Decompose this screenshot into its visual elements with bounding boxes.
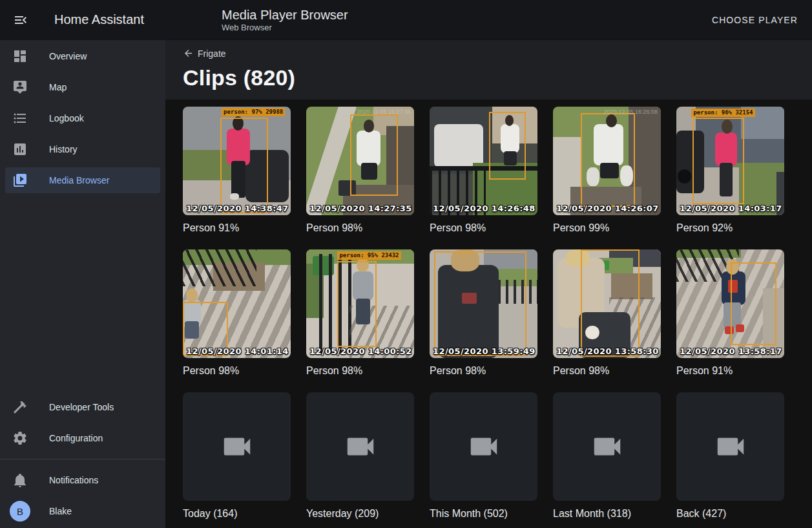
- clip-caption: Person 99%: [553, 222, 661, 235]
- folder-item-this-month-502-[interactable]: This Month (502): [430, 392, 537, 520]
- sidebar: Overview Map Logbook History Media Brows…: [0, 39, 165, 528]
- folder-item-back-427-[interactable]: Back (427): [676, 392, 784, 520]
- sidebar-toggle-button[interactable]: [13, 12, 28, 28]
- sidebar-item-history[interactable]: History: [5, 136, 160, 162]
- sidebar-header: Home Assistant: [0, 0, 165, 39]
- bell-icon: [12, 472, 28, 488]
- avatar: B: [10, 501, 30, 522]
- sidebar-item-label: History: [49, 144, 78, 154]
- clip-item[interactable]: 12/05/2020 13:59:49 Person 98%: [430, 249, 537, 377]
- camera-timestamp: 12/05/2020 14:27:35: [309, 204, 412, 213]
- sidebar-item-map[interactable]: Map: [5, 74, 160, 100]
- clip-item[interactable]: 2020-12-05 16:26:08 12/05/2020 14:26:07 …: [553, 107, 661, 235]
- detection-box: [731, 262, 777, 345]
- clip-caption: Person 91%: [676, 364, 784, 377]
- clip-item[interactable]: person: 95% 23432 12/05/2020 14:00:52 Pe…: [306, 249, 414, 377]
- sidebar-item-overview[interactable]: Overview: [5, 43, 160, 69]
- clip-caption: Person 92%: [676, 222, 784, 235]
- camera-timestamp: 12/05/2020 14:26:48: [433, 204, 536, 213]
- detection-label: person: 96% 32154: [691, 109, 755, 117]
- sidebar-item-label: Notifications: [49, 475, 98, 485]
- clip-thumbnail[interactable]: 12/05/2020 13:58:17: [676, 249, 784, 358]
- clip-item[interactable]: 12/05/2020 14:26:48 Person 98%: [430, 107, 537, 235]
- content-header: Frigate Clips (820): [165, 39, 812, 100]
- folder-thumbnail[interactable]: [306, 392, 414, 501]
- play-box-multiple-icon: [12, 173, 28, 188]
- detection-box: [434, 251, 527, 355]
- toolbar-title: Media Player Browser: [222, 7, 348, 23]
- camera-timestamp: 12/05/2020 14:38:47: [186, 204, 289, 213]
- camera-timestamp: 12/05/2020 14:01:14: [186, 346, 289, 356]
- sidebar-item-configuration[interactable]: Configuration: [5, 425, 160, 451]
- clip-item[interactable]: person: 97% 29988 12/05/2020 14:38:47 Pe…: [183, 107, 291, 235]
- clip-item[interactable]: 12/05/2020 14:01:14 Person 98%: [183, 249, 291, 377]
- clip-thumbnail[interactable]: person: 95% 23432 12/05/2020 14:00:52: [306, 249, 414, 358]
- camera-timestamp: 12/05/2020 14:03:17: [680, 204, 782, 213]
- detection-box: [692, 118, 744, 204]
- app-body: Overview Map Logbook History Media Brows…: [0, 39, 812, 528]
- clip-thumbnail[interactable]: person: 96% 32154 12/05/2020 14:03:17: [676, 107, 784, 215]
- clip-item[interactable]: 12/05/2020 13:58:30 Person 98%: [553, 249, 661, 377]
- sidebar-item-logbook[interactable]: Logbook: [5, 105, 160, 131]
- clip-caption: Person 98%: [183, 364, 291, 377]
- folder-caption: Last Month (318): [553, 507, 661, 520]
- detection-box: [337, 261, 376, 347]
- camera-timestamp: 12/05/2020 13:58:17: [680, 346, 782, 356]
- folder-thumbnail[interactable]: [430, 392, 537, 501]
- video-camera-icon: [466, 429, 501, 464]
- clip-thumbnail[interactable]: 12/05/2020 14:26:48: [430, 107, 537, 215]
- sidebar-nav-top: Overview Map Logbook History Media Brows…: [0, 43, 165, 198]
- sidebar-divider: [0, 459, 165, 459]
- camera-timestamp: 12/05/2020 14:26:07: [556, 204, 659, 213]
- clip-caption: Person 98%: [306, 364, 414, 377]
- clip-caption: Person 91%: [183, 222, 291, 235]
- detection-label: person: 97% 29988: [222, 108, 285, 116]
- sidebar-item-label: Overview: [49, 51, 87, 61]
- sidebar-item-user[interactable]: B Blake: [5, 498, 160, 524]
- video-camera-icon: [343, 429, 378, 464]
- camera-timestamp: 12/05/2020 14:00:52: [309, 346, 412, 356]
- sidebar-item-developer-tools[interactable]: Developer Tools: [5, 394, 160, 420]
- folder-thumbnail[interactable]: [553, 392, 661, 501]
- folder-thumbnail[interactable]: [676, 392, 784, 501]
- camera-utc-timestamp: 2020-12-05 16:26:08: [603, 109, 658, 115]
- toolbar-subtitle: Web Browser: [222, 23, 348, 33]
- clip-thumbnail[interactable]: 2020-12-05 16:26:08 12/05/2020 14:26:07: [553, 107, 661, 215]
- folder-caption: Back (427): [676, 507, 784, 520]
- clip-item[interactable]: 2020-12-05 16:27:36 12/05/2020 14:27:35 …: [306, 107, 414, 235]
- folder-thumbnail[interactable]: [183, 392, 291, 501]
- folder-item-today-164-[interactable]: Today (164): [183, 392, 291, 520]
- toolbar-title-block: Media Player Browser Web Browser: [222, 7, 348, 33]
- hammer-icon: [12, 399, 28, 415]
- clip-thumbnail[interactable]: 12/05/2020 14:01:14: [183, 249, 291, 358]
- app-header: Home Assistant Media Player Browser Web …: [0, 0, 812, 39]
- sidebar-item-label: Media Browser: [49, 175, 109, 185]
- folder-item-yesterday-209-[interactable]: Yesterday (209): [306, 392, 414, 520]
- view-dashboard-icon: [12, 48, 28, 64]
- clip-thumbnail[interactable]: 12/05/2020 13:58:30: [553, 249, 661, 358]
- clip-item[interactable]: 12/05/2020 13:58:17 Person 91%: [676, 249, 784, 377]
- clip-item[interactable]: person: 96% 32154 12/05/2020 14:03:17 Pe…: [676, 107, 784, 235]
- sidebar-item-media-browser[interactable]: Media Browser: [5, 167, 160, 193]
- folder-caption: Yesterday (209): [306, 507, 414, 520]
- app-title: Home Assistant: [54, 12, 144, 27]
- media-browser-content: Frigate Clips (820) person: 97% 29988 12…: [165, 39, 812, 528]
- folder-item-last-month-318-[interactable]: Last Month (318): [553, 392, 661, 520]
- clip-thumbnail[interactable]: 2020-12-05 16:27:36 12/05/2020 14:27:35: [306, 107, 414, 215]
- video-camera-icon: [713, 429, 748, 464]
- user-name: Blake: [49, 506, 72, 516]
- clip-thumbnail[interactable]: person: 97% 29988 12/05/2020 14:38:47: [183, 107, 291, 215]
- scene-layer: [434, 124, 484, 167]
- toolbar: Media Player Browser Web Browser CHOOSE …: [165, 0, 812, 39]
- choose-player-button[interactable]: CHOOSE PLAYER: [708, 14, 802, 26]
- home-assistant-app: Home Assistant Media Player Browser Web …: [0, 0, 812, 528]
- video-camera-icon: [220, 429, 255, 464]
- clip-caption: Person 98%: [430, 364, 537, 377]
- cog-icon: [12, 430, 28, 446]
- camera-timestamp: 12/05/2020 13:58:30: [556, 346, 659, 356]
- breadcrumb-back-link[interactable]: Frigate: [183, 48, 226, 59]
- camera-utc-timestamp: 2020-12-05 16:27:36: [357, 109, 411, 115]
- sidebar-item-notifications[interactable]: Notifications: [5, 467, 160, 493]
- sidebar-spacer: [0, 198, 165, 394]
- clip-thumbnail[interactable]: 12/05/2020 13:59:49: [430, 249, 537, 358]
